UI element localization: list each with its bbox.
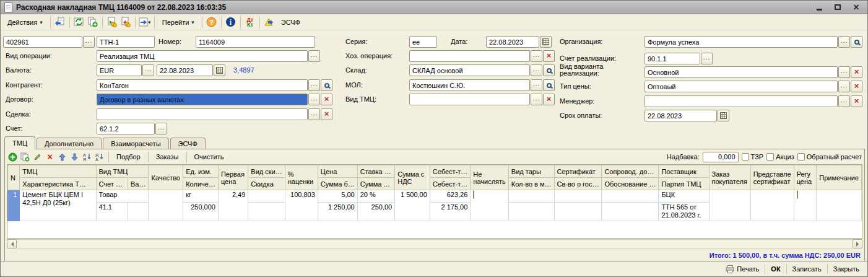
hoz-operaciya-clear-button[interactable] bbox=[543, 50, 555, 62]
cell-vid-tmc[interactable]: Товар bbox=[96, 190, 149, 203]
col-kachestvo[interactable]: Качество bbox=[149, 165, 183, 190]
vid-varianta-clear-button[interactable] bbox=[851, 66, 862, 78]
col-svidetelstvo[interactable]: Св-во о гос… bbox=[554, 178, 602, 190]
cell-predstavlen[interactable] bbox=[750, 190, 794, 221]
vid-varianta-ellipsis-button[interactable] bbox=[838, 66, 850, 78]
col-kolichestvo[interactable]: Количе… bbox=[183, 178, 219, 190]
cell-kachestvo[interactable] bbox=[149, 190, 183, 221]
cell-pervaya-cena[interactable]: 2,49 bbox=[218, 190, 248, 221]
menedzher-clear-button[interactable] bbox=[851, 95, 862, 107]
col-predstavlen[interactable]: Представле сертификат bbox=[750, 165, 794, 190]
sdelka-ellipsis-button[interactable] bbox=[308, 108, 320, 120]
cell-va[interactable] bbox=[128, 203, 149, 221]
move-up-icon[interactable] bbox=[57, 152, 67, 162]
doc-type-input[interactable]: ТТН-1 bbox=[97, 36, 155, 48]
mol-input[interactable]: Костюшкин С.Ю. bbox=[409, 79, 530, 91]
exchange-rate-value[interactable]: 3,4897 bbox=[233, 66, 254, 74]
col-obosnovanie[interactable]: Обоснование … bbox=[602, 178, 659, 190]
schet-realizacii-ellipsis-button[interactable] bbox=[701, 53, 713, 64]
code-input[interactable]: 402961 bbox=[3, 36, 82, 48]
col-vid-tmc[interactable]: Вид ТМЦ bbox=[96, 165, 149, 178]
data-calendar-button[interactable] bbox=[540, 36, 552, 48]
scrollbar-track[interactable] bbox=[17, 239, 853, 249]
eschf-go-icon[interactable] bbox=[263, 16, 276, 29]
cell-postavshik[interactable]: БЦК bbox=[659, 190, 709, 203]
cell-summa-b[interactable]: 1 250,00 bbox=[318, 203, 357, 221]
sort-desc-icon[interactable]: ЯА bbox=[94, 152, 105, 162]
ne-nachislyat-checkbox[interactable] bbox=[473, 190, 474, 199]
tip-ceny-input[interactable]: Оптовый bbox=[644, 81, 838, 92]
tzr-checkbox[interactable]: ТЗР bbox=[742, 153, 764, 160]
cell-primechanie[interactable] bbox=[817, 190, 862, 221]
col-ne-nachislyat[interactable]: Не начислять bbox=[471, 165, 508, 190]
kontragent-ellipsis-button[interactable] bbox=[308, 79, 320, 91]
scroll-left-button[interactable] bbox=[7, 239, 17, 248]
cell-sertifikat[interactable] bbox=[554, 190, 602, 203]
tab-tmc[interactable]: ТМЦ bbox=[4, 136, 35, 149]
data-input[interactable]: 22.08.2023 bbox=[486, 36, 539, 48]
cell-skidka[interactable] bbox=[248, 203, 285, 221]
organizaciya-open-button[interactable] bbox=[851, 36, 862, 48]
kontragent-open-button[interactable] bbox=[321, 79, 332, 91]
organizaciya-ellipsis-button[interactable] bbox=[838, 36, 850, 48]
kontragent-input[interactable]: КонТагон bbox=[97, 79, 308, 91]
delete-row-icon[interactable]: × bbox=[45, 152, 55, 162]
col-postavshik[interactable]: Поставщик bbox=[659, 165, 709, 178]
close-button[interactable]: × bbox=[849, 2, 864, 12]
col-vid-tary[interactable]: Вид тары bbox=[508, 165, 554, 178]
refresh-icon[interactable] bbox=[73, 16, 85, 29]
valyuta-input[interactable]: EUR bbox=[97, 64, 142, 76]
col-sertifikat[interactable]: Сертификат bbox=[554, 165, 602, 178]
valyuta-date-input[interactable]: 22.08.2023 bbox=[157, 64, 213, 76]
mol-ellipsis-button[interactable] bbox=[531, 79, 542, 91]
col-pervaya-cena[interactable]: Первая цена bbox=[218, 165, 248, 190]
sklad-ellipsis-button[interactable] bbox=[531, 64, 542, 76]
organizaciya-input[interactable]: Формула успеха bbox=[644, 36, 838, 48]
srok-oplaty-calendar-button[interactable] bbox=[718, 110, 729, 121]
scroll-right-button[interactable] bbox=[853, 239, 862, 248]
cell-stavka[interactable]: 20 % bbox=[357, 190, 394, 203]
print-button[interactable]: Печать bbox=[720, 264, 765, 275]
mol-open-button[interactable] bbox=[543, 79, 555, 91]
col-soprovod[interactable]: Сопровод. до… bbox=[602, 165, 659, 178]
cell-sebest-1[interactable]: 623,26 bbox=[430, 190, 470, 203]
col-vid-skidki[interactable]: Вид ски… bbox=[248, 165, 285, 178]
menedzher-ellipsis-button[interactable] bbox=[838, 95, 850, 107]
col-summa-b[interactable]: Сумма б… bbox=[318, 178, 357, 190]
vid-tmc-clear-button[interactable] bbox=[543, 94, 555, 105]
col-procent-nacenki[interactable]: % наценки bbox=[285, 165, 318, 190]
zakazy-button[interactable]: Заказы bbox=[152, 152, 183, 161]
col-skidka[interactable]: Скидка bbox=[248, 178, 285, 190]
dogovor-input[interactable]: Договор в разных валютах bbox=[97, 94, 308, 105]
dtkt-postings-icon[interactable]: Дт Кт bbox=[244, 16, 256, 29]
dogovor-ellipsis-button[interactable] bbox=[308, 94, 320, 105]
col-summa-s-nds[interactable]: Сумма с НДС bbox=[395, 165, 430, 190]
col-sebest-1[interactable]: Себест-т… bbox=[430, 165, 470, 178]
cell-vid-tary[interactable] bbox=[508, 190, 554, 203]
vid-varianta-input[interactable]: Основной bbox=[644, 66, 838, 78]
vid-operacii-ellipsis-button[interactable] bbox=[308, 50, 320, 62]
cell-ne-nachislyat[interactable] bbox=[471, 190, 508, 221]
schet-realizacii-input[interactable]: 90.1.1 bbox=[644, 53, 700, 64]
move-down-icon[interactable] bbox=[69, 152, 80, 162]
sdelka-input[interactable] bbox=[97, 108, 308, 120]
cell-ed-izm[interactable]: кг bbox=[183, 190, 219, 203]
vid-tmc-input[interactable] bbox=[409, 94, 530, 105]
cell-svidetelstvo[interactable] bbox=[554, 203, 602, 221]
col-summa-nds[interactable]: Сумма … bbox=[357, 178, 394, 190]
sdelka-clear-button[interactable] bbox=[321, 108, 332, 120]
nomer-input[interactable]: 1164009 bbox=[196, 36, 315, 48]
cell-sebest-2[interactable]: 2 175,00 bbox=[430, 203, 470, 221]
cell-schet[interactable]: 41.1 bbox=[96, 203, 128, 221]
sklad-open-button[interactable] bbox=[543, 64, 555, 76]
cell-kolichestvo[interactable]: 250,000 bbox=[183, 203, 219, 221]
col-regu-cena[interactable]: Регу цена bbox=[794, 165, 817, 190]
cell-soprovod[interactable] bbox=[602, 190, 659, 203]
tab-vzaimoraschety[interactable]: Взаиморасчеты bbox=[103, 138, 168, 149]
cell-cena[interactable]: 5,00 bbox=[318, 190, 357, 203]
tip-ceny-clear-button[interactable] bbox=[851, 81, 862, 92]
unpost-document-icon[interactable] bbox=[119, 16, 132, 29]
info-icon[interactable]: i bbox=[225, 16, 237, 29]
output-list-icon[interactable] bbox=[139, 16, 151, 29]
col-ed-izm[interactable]: Ед. изм. bbox=[183, 165, 219, 178]
